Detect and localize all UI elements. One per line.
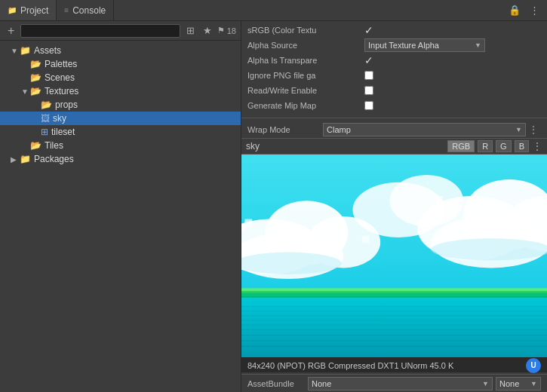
tree-label-scenes: Scenes [45,72,75,83]
channel-g-btn[interactable]: G [496,140,512,152]
divider-1 [241,118,547,118]
arrow-assets: ▼ [11,47,20,55]
tree-label-palettes: Palettes [45,59,77,69]
file-icon-tileset: ⊞ [41,127,48,137]
tree-label-tiles: Tiles [45,140,63,151]
status-bar: 84x240 (NPOT) RGB Compressed DXT1 UNorm … [241,357,547,372]
tree-item-tiles[interactable]: 📂 Tiles [0,139,241,152]
wrap-mode-label: Wrap Mode [247,125,323,134]
insp-row-alpha-transparent: Alpha Is Transpare ✓ [241,53,547,68]
tree-item-sky[interactable]: 🖼 sky [0,112,241,125]
svg-rect-31 [241,291,547,292]
insp-row-alpha-source: Alpha Source Input Texture Alpha ▼ [241,38,547,53]
alpha-transparent-label: Alpha Is Transpare [247,56,364,65]
channel-rgb-btn[interactable]: RGB [447,140,475,152]
main-layout: + ⊞ ★ ⚑ 18 ▼ 📁 Assets 📂 Palet [0,21,547,392]
srgb-checkmark: ✓ [364,24,373,36]
project-toolbar: + ⊞ ★ ⚑ 18 [0,21,241,41]
more-options-btn[interactable]: ⋮ [527,4,542,17]
add-button[interactable]: + [5,25,17,37]
favorite-btn[interactable]: ★ [200,24,215,37]
alpha-source-dropdown[interactable]: Input Texture Alpha ▼ [364,38,485,52]
insp-row-srgb: sRGB (Color Textu ✓ [241,23,547,38]
channel-more-icon[interactable]: ⋮ [532,140,542,152]
top-bar-actions: 🔒 ⋮ [506,4,547,17]
left-panel: + ⊞ ★ ⚑ 18 ▼ 📁 Assets 📂 Palet [0,21,241,392]
svg-rect-28 [436,196,444,204]
read-write-checkbox[interactable] [364,86,373,95]
tab-project-label: Project [20,5,48,16]
wrap-mode-row: Wrap Mode Clamp ▼ ⋮ [241,121,547,138]
tree-label-props: props [55,100,78,110]
insp-row-generate-mip: Generate Mip Map [241,98,547,113]
arrow-packages: ▶ [11,155,20,164]
channel-b-btn[interactable]: B [515,140,529,152]
alpha-source-label: Alpha Source [247,41,364,50]
generate-mip-value [364,101,373,110]
tree-label-textures: Textures [45,86,78,96]
read-write-label: Read/Write Enable [247,86,364,95]
svg-point-12 [431,238,547,260]
tree-item-textures[interactable]: ▼ 📂 Textures [0,84,241,98]
folder-icon-assets: 📁 [20,45,31,56]
tab-project[interactable]: 📁 Project [0,0,57,20]
folder-icon-packages: 📁 [20,154,31,164]
tab-console[interactable]: ≡ Console [57,0,114,20]
asset-bundle-row: AssetBundle None ▼ None ▼ [241,374,547,392]
folder-icon-palettes: 📂 [30,59,41,69]
generate-mip-label: Generate Mip Map [247,101,364,110]
file-icon-sky: 🖼 [41,113,50,124]
tree-item-palettes[interactable]: 📂 Palettes [0,57,241,71]
console-tab-icon: ≡ [64,6,69,14]
read-write-value [364,86,373,95]
unity-icon: U [526,358,541,373]
srgb-value: ✓ [364,24,373,36]
tree-label-tileset: tileset [51,127,75,137]
folder-icon-tiles: 📂 [30,140,41,151]
project-tab-icon: 📁 [8,6,17,14]
search-input[interactable] [20,24,180,38]
insp-row-read-write: Read/Write Enable [241,83,547,98]
svg-rect-25 [241,224,244,231]
alpha-source-value: Input Texture Alpha [368,41,439,50]
generate-mip-checkbox[interactable] [364,101,373,110]
ignore-png-checkbox[interactable] [364,71,373,80]
alpha-transparent-value: ✓ [364,54,373,66]
wrap-mode-dropdown[interactable]: Clamp ▼ [323,123,526,136]
asset-bundle-dropdown2[interactable]: None ▼ [496,377,541,390]
tree-label-sky: sky [53,113,66,124]
project-tree: ▼ 📁 Assets 📂 Palettes 📂 Scenes [0,41,241,392]
svg-rect-30 [241,288,547,291]
sky-svg [241,155,547,357]
asset-bundle-value1: None [312,379,331,388]
tree-item-scenes[interactable]: 📂 Scenes [0,71,241,84]
svg-rect-26 [244,219,252,227]
ab-arrow1: ▼ [482,380,489,387]
asset-bundle-dropdown1[interactable]: None ▼ [308,377,493,390]
right-panel: sRGB (Color Textu ✓ Alpha Source Input T… [241,21,547,392]
inspector-panel: sRGB (Color Textu ✓ Alpha Source Input T… [241,21,547,115]
preview-bar: sky RGB R G B ⋮ [241,138,547,155]
preview-image [241,155,547,357]
svg-rect-27 [362,236,370,243]
ignore-png-value [364,71,373,80]
insp-row-ignore-png: Ignore PNG file ga [241,68,547,83]
tree-item-assets[interactable]: ▼ 📁 Assets [0,44,241,57]
channel-r-btn[interactable]: R [478,140,493,152]
lock-icon-btn[interactable]: 🔒 [506,4,524,17]
folder-icon-props: 📂 [41,100,52,110]
asset-bundle-label: AssetBundle [247,379,308,388]
tab-console-label: Console [72,5,106,16]
asset-bundle-value2: None [499,379,519,388]
tree-item-packages[interactable]: ▶ 📁 Packages [0,152,241,166]
wrap-mode-arrow: ▼ [515,126,522,133]
badge-count: ⚑ [217,26,225,35]
view-grid-btn[interactable]: ⊞ [183,24,198,37]
tree-item-props[interactable]: 📂 props [0,98,241,112]
alpha-transparent-checkmark: ✓ [364,54,373,66]
tree-item-tileset[interactable]: ⊞ tileset [0,125,241,139]
wrap-mode-more-btn[interactable]: ⋮ [526,124,541,136]
folder-icon-textures: 📂 [30,86,41,96]
tree-label-packages: Packages [34,154,74,164]
top-bar: 📁 Project ≡ Console 🔒 ⋮ [0,0,547,21]
